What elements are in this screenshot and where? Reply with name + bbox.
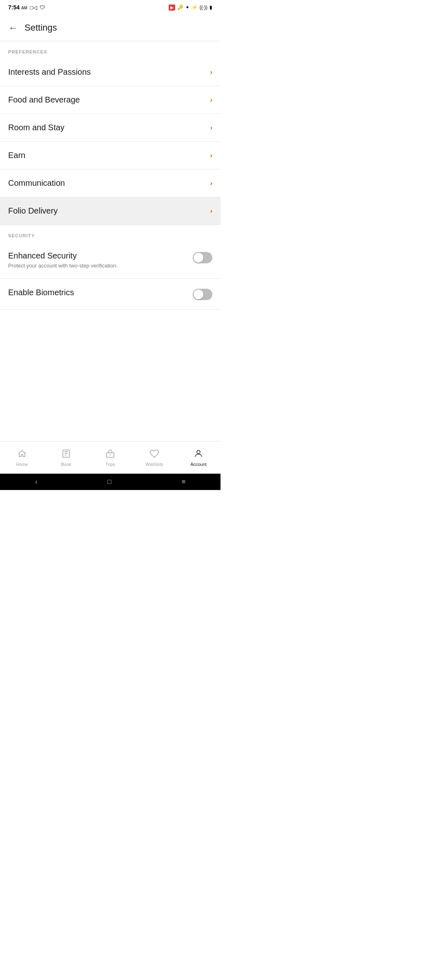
nav-wishlists[interactable]: Wishlists: [132, 445, 176, 470]
svg-point-6: [197, 450, 200, 454]
bottom-navigation: Home Book Trips Wishlis: [0, 441, 220, 474]
chevron-right-icon: ›: [210, 96, 212, 104]
enhanced-security-description: Protect your account with two-step verif…: [8, 262, 186, 270]
enhanced-security-content: Enhanced Security Protect your account w…: [8, 251, 193, 270]
wishlists-nav-label: Wishlists: [145, 462, 163, 467]
trips-nav-label: Trips: [105, 462, 115, 467]
svg-rect-0: [63, 450, 69, 457]
security-section-header: SECURITY: [0, 225, 220, 242]
chevron-right-icon: ›: [210, 152, 212, 159]
chevron-right-icon: ›: [210, 207, 212, 215]
food-beverage-item[interactable]: Food and Beverage ›: [0, 86, 220, 114]
room-stay-item[interactable]: Room and Stay ›: [0, 114, 220, 142]
biometrics-item: Enable Biometrics: [0, 279, 220, 310]
home-icon: [17, 449, 27, 460]
interests-passions-label: Interests and Passions: [8, 67, 91, 77]
home-nav-label: Home: [16, 462, 28, 467]
bluetooth-icon: ✦: [185, 4, 189, 10]
status-icons: ▶ 🔑 ✦ ⚡ ((·)) ▮: [169, 4, 212, 11]
status-bar: 7:54 AM □◁ 🛡 ▶ 🔑 ✦ ⚡ ((·)) ▮: [0, 0, 220, 15]
status-time: 7:54 AM: [8, 4, 27, 11]
video-icon: □◁: [30, 4, 37, 11]
chevron-right-icon: ›: [210, 124, 212, 131]
flash-icon: ⚡: [192, 4, 198, 10]
nav-account[interactable]: Account: [176, 445, 220, 470]
key-icon: 🔑: [177, 4, 183, 10]
communication-label: Communication: [8, 178, 65, 188]
biometrics-toggle[interactable]: [193, 289, 212, 300]
nav-trips[interactable]: Trips: [88, 445, 132, 470]
communication-item[interactable]: Communication ›: [0, 169, 220, 197]
food-beverage-label: Food and Beverage: [8, 95, 80, 105]
preferences-section-header: PREFERENCES: [0, 41, 220, 58]
chevron-right-icon: ›: [210, 69, 212, 76]
room-stay-label: Room and Stay: [8, 123, 65, 132]
system-back-button[interactable]: ‹: [35, 478, 37, 486]
system-home-button[interactable]: □: [107, 478, 111, 486]
enhanced-security-toggle[interactable]: [193, 252, 212, 263]
nav-book[interactable]: Book: [44, 445, 88, 470]
settings-header: ← Settings: [0, 15, 220, 41]
book-nav-label: Book: [61, 462, 71, 467]
folio-delivery-label: Folio Delivery: [8, 206, 58, 216]
folio-delivery-item[interactable]: Folio Delivery ›: [0, 197, 220, 225]
account-nav-label: Account: [190, 462, 207, 467]
interests-passions-item[interactable]: Interests and Passions ›: [0, 58, 220, 86]
rec-icon: ▶: [169, 4, 175, 11]
chevron-right-icon: ›: [210, 180, 212, 187]
battery-icon: ▮: [209, 4, 212, 10]
settings-content: PREFERENCES Interests and Passions › Foo…: [0, 41, 220, 441]
earn-label: Earn: [8, 151, 25, 160]
enhanced-security-item: Enhanced Security Protect your account w…: [0, 242, 220, 279]
shield-icon: 🛡: [40, 4, 45, 11]
back-button[interactable]: ←: [8, 23, 18, 33]
account-icon: [194, 449, 203, 460]
book-icon: [61, 449, 71, 460]
wishlists-icon: [149, 449, 159, 460]
system-menu-button[interactable]: ≡: [182, 478, 185, 486]
page-title: Settings: [24, 22, 57, 33]
enhanced-security-label: Enhanced Security: [8, 251, 186, 261]
wifi-icon: ((·)): [200, 4, 207, 10]
earn-item[interactable]: Earn ›: [0, 142, 220, 169]
trips-icon: [105, 449, 115, 460]
nav-home[interactable]: Home: [0, 445, 44, 470]
biometrics-label: Enable Biometrics: [8, 288, 186, 297]
system-navigation: ‹ □ ≡: [0, 474, 220, 490]
biometrics-content: Enable Biometrics: [8, 288, 193, 299]
